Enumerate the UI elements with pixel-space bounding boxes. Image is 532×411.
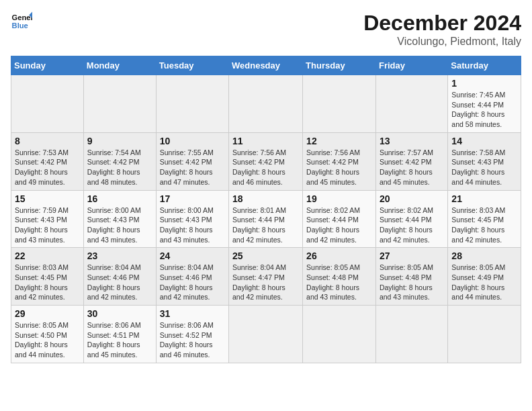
calendar-cell: 1Sunrise: 7:45 AMSunset: 4:44 PMDaylight…: [448, 75, 521, 133]
day-detail: Sunrise: 7:54 AMSunset: 4:42 PMDaylight:…: [87, 148, 141, 186]
calendar-cell: 27Sunrise: 8:05 AMSunset: 4:48 PMDayligh…: [375, 248, 447, 306]
calendar-cell: 24Sunrise: 8:04 AMSunset: 4:46 PMDayligh…: [156, 248, 228, 306]
day-number: 23: [87, 250, 152, 261]
day-detail: Sunrise: 8:04 AMSunset: 4:46 PMDaylight:…: [87, 263, 141, 301]
calendar-cell: 26Sunrise: 8:05 AMSunset: 4:48 PMDayligh…: [303, 248, 376, 306]
day-detail: Sunrise: 7:53 AMSunset: 4:42 PMDaylight:…: [15, 148, 69, 186]
day-number: 28: [451, 250, 517, 261]
logo: General Blue: [11, 11, 32, 32]
day-detail: Sunrise: 8:05 AMSunset: 4:48 PMDaylight:…: [306, 263, 360, 301]
calendar-cell: 13Sunrise: 7:57 AMSunset: 4:42 PMDayligh…: [375, 132, 447, 190]
calendar-cell: 14Sunrise: 7:58 AMSunset: 4:43 PMDayligh…: [448, 132, 521, 190]
calendar-cell: 17Sunrise: 8:00 AMSunset: 4:43 PMDayligh…: [156, 190, 228, 248]
calendar-cell: [229, 306, 303, 363]
day-detail: Sunrise: 7:55 AMSunset: 4:42 PMDaylight:…: [160, 148, 214, 186]
day-number: 31: [160, 308, 225, 319]
calendar-cell: [229, 75, 303, 133]
day-number: 14: [451, 136, 517, 146]
day-detail: Sunrise: 7:58 AMSunset: 4:43 PMDaylight:…: [451, 148, 505, 186]
calendar-cell: [11, 75, 84, 133]
day-number: 10: [160, 136, 225, 146]
day-detail: Sunrise: 8:01 AMSunset: 4:44 PMDaylight:…: [232, 206, 286, 244]
day-number: 18: [232, 193, 299, 204]
day-detail: Sunrise: 8:00 AMSunset: 4:43 PMDaylight:…: [87, 206, 141, 244]
calendar-table: SundayMondayTuesdayWednesdayThursdayFrid…: [11, 56, 521, 363]
day-detail: Sunrise: 7:57 AMSunset: 4:42 PMDaylight:…: [380, 148, 433, 186]
day-number: 21: [451, 193, 517, 204]
title-block: December 2024 Vicolungo, Piedmont, Italy: [363, 11, 521, 48]
location: Vicolungo, Piedmont, Italy: [363, 36, 521, 48]
calendar-cell: 10Sunrise: 7:55 AMSunset: 4:42 PMDayligh…: [156, 132, 228, 190]
col-header-thursday: Thursday: [303, 56, 376, 75]
day-detail: Sunrise: 8:05 AMSunset: 4:50 PMDaylight:…: [15, 321, 69, 359]
calendar-cell: 18Sunrise: 8:01 AMSunset: 4:44 PMDayligh…: [229, 190, 303, 248]
col-header-saturday: Saturday: [448, 56, 521, 75]
day-number: 11: [232, 136, 299, 146]
day-number: 30: [87, 308, 152, 319]
day-detail: Sunrise: 8:06 AMSunset: 4:52 PMDaylight:…: [160, 321, 214, 359]
calendar-cell: 21Sunrise: 8:03 AMSunset: 4:45 PMDayligh…: [448, 190, 521, 248]
col-header-monday: Monday: [83, 56, 156, 75]
month-title: December 2024: [363, 11, 521, 36]
calendar-cell: 23Sunrise: 8:04 AMSunset: 4:46 PMDayligh…: [83, 248, 156, 306]
calendar-cell: 20Sunrise: 8:02 AMSunset: 4:44 PMDayligh…: [375, 190, 447, 248]
calendar-cell: 22Sunrise: 8:03 AMSunset: 4:45 PMDayligh…: [11, 248, 84, 306]
day-number: 13: [380, 136, 444, 146]
day-detail: Sunrise: 7:45 AMSunset: 4:44 PMDaylight:…: [451, 91, 505, 128]
day-detail: Sunrise: 8:03 AMSunset: 4:45 PMDaylight:…: [15, 263, 69, 301]
calendar-cell: [448, 306, 521, 363]
calendar-cell: 16Sunrise: 8:00 AMSunset: 4:43 PMDayligh…: [83, 190, 156, 248]
calendar-cell: [303, 75, 376, 133]
day-detail: Sunrise: 7:59 AMSunset: 4:43 PMDaylight:…: [15, 206, 69, 244]
day-number: 24: [160, 250, 225, 261]
calendar-cell: [83, 75, 156, 133]
day-number: 20: [380, 193, 444, 204]
day-number: 29: [15, 308, 80, 319]
calendar-cell: 28Sunrise: 8:05 AMSunset: 4:49 PMDayligh…: [448, 248, 521, 306]
day-detail: Sunrise: 8:05 AMSunset: 4:49 PMDaylight:…: [451, 263, 505, 301]
day-detail: Sunrise: 8:00 AMSunset: 4:43 PMDaylight:…: [160, 206, 214, 244]
day-number: 25: [232, 250, 299, 261]
day-detail: Sunrise: 8:05 AMSunset: 4:48 PMDaylight:…: [380, 263, 433, 301]
day-number: 9: [87, 136, 152, 146]
col-header-tuesday: Tuesday: [156, 56, 228, 75]
calendar-cell: 29Sunrise: 8:05 AMSunset: 4:50 PMDayligh…: [11, 306, 84, 363]
calendar-cell: [156, 75, 228, 133]
calendar-cell: 12Sunrise: 7:56 AMSunset: 4:42 PMDayligh…: [303, 132, 376, 190]
day-number: 12: [306, 136, 372, 146]
calendar-cell: 30Sunrise: 8:06 AMSunset: 4:51 PMDayligh…: [83, 306, 156, 363]
logo-icon: General Blue: [11, 11, 32, 32]
calendar-cell: 9Sunrise: 7:54 AMSunset: 4:42 PMDaylight…: [83, 132, 156, 190]
col-header-sunday: Sunday: [11, 56, 84, 75]
day-detail: Sunrise: 8:02 AMSunset: 4:44 PMDaylight:…: [306, 206, 360, 244]
calendar-cell: 8Sunrise: 7:53 AMSunset: 4:42 PMDaylight…: [11, 132, 84, 190]
calendar-cell: 25Sunrise: 8:04 AMSunset: 4:47 PMDayligh…: [229, 248, 303, 306]
calendar-cell: 11Sunrise: 7:56 AMSunset: 4:42 PMDayligh…: [229, 132, 303, 190]
day-number: 8: [15, 136, 80, 146]
day-number: 19: [306, 193, 372, 204]
day-detail: Sunrise: 8:04 AMSunset: 4:47 PMDaylight:…: [232, 263, 286, 301]
day-number: 27: [380, 250, 444, 261]
day-detail: Sunrise: 7:56 AMSunset: 4:42 PMDaylight:…: [306, 148, 360, 186]
day-detail: Sunrise: 8:04 AMSunset: 4:46 PMDaylight:…: [160, 263, 214, 301]
day-number: 17: [160, 193, 225, 204]
calendar-cell: 31Sunrise: 8:06 AMSunset: 4:52 PMDayligh…: [156, 306, 228, 363]
calendar-cell: 15Sunrise: 7:59 AMSunset: 4:43 PMDayligh…: [11, 190, 84, 248]
day-detail: Sunrise: 8:06 AMSunset: 4:51 PMDaylight:…: [87, 321, 141, 359]
day-number: 26: [306, 250, 372, 261]
calendar-cell: [375, 75, 447, 133]
svg-text:Blue: Blue: [12, 21, 28, 30]
page-header: General Blue December 2024 Vicolungo, Pi…: [11, 11, 521, 48]
day-number: 22: [15, 250, 80, 261]
calendar-cell: [303, 306, 376, 363]
col-header-friday: Friday: [375, 56, 447, 75]
day-number: 15: [15, 193, 80, 204]
day-number: 16: [87, 193, 152, 204]
day-detail: Sunrise: 7:56 AMSunset: 4:42 PMDaylight:…: [232, 148, 286, 186]
day-detail: Sunrise: 8:03 AMSunset: 4:45 PMDaylight:…: [451, 206, 505, 244]
day-detail: Sunrise: 8:02 AMSunset: 4:44 PMDaylight:…: [380, 206, 433, 244]
col-header-wednesday: Wednesday: [229, 56, 303, 75]
calendar-cell: 19Sunrise: 8:02 AMSunset: 4:44 PMDayligh…: [303, 190, 376, 248]
day-number: 1: [451, 78, 517, 89]
calendar-cell: [375, 306, 447, 363]
